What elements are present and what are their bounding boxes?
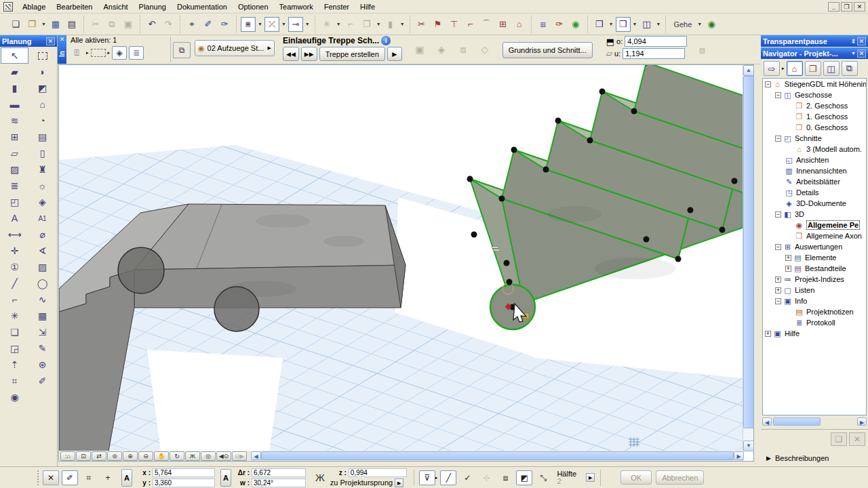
menu-dokumentation[interactable]: Dokumentation <box>172 1 233 12</box>
expand-icon[interactable]: + <box>785 255 791 261</box>
minimize-button[interactable]: _ <box>828 2 840 12</box>
tree-item-geschosse[interactable]: −◫Geschosse <box>763 89 866 100</box>
tool-select[interactable]: ↖ <box>1 47 28 64</box>
tool-roof[interactable]: ⌂ <box>28 96 56 113</box>
tool-level-dimension[interactable]: ✛ <box>1 243 28 259</box>
element-snap-icon[interactable]: ⊸ <box>288 17 303 32</box>
tree-item-dokumente-3d[interactable]: ◈3D-Dokumente <box>763 198 866 209</box>
menu-fenster[interactable]: Fenster <box>319 1 355 12</box>
tree-item-bestandteile[interactable]: +▤Bestandteile <box>763 263 866 274</box>
tool-drawing[interactable]: ❏ <box>1 324 28 340</box>
tree-item-perspektive[interactable]: ◉Allgemeine Pe <box>763 220 866 230</box>
publisher-button[interactable]: ⧉ <box>842 61 858 76</box>
tool-circle[interactable]: ◯ <box>28 275 56 291</box>
walk-button[interactable]: Ж <box>185 451 200 461</box>
tool-stair[interactable]: ≣ <box>1 178 28 194</box>
tool-angle-dimension[interactable]: ∢ <box>28 243 56 259</box>
navigator-hscrollbar[interactable]: ◀ ▶ <box>762 417 867 426</box>
zoom-in-button[interactable]: ⊕ <box>123 451 138 461</box>
tree-item-projektnotizen[interactable]: ▤Projektnotizen <box>763 306 866 317</box>
menu-teamwork[interactable]: Teamwork <box>274 1 319 12</box>
navigator-menu-icon[interactable]: ▼ <box>851 51 856 56</box>
tree-item-geschoss-2[interactable]: ❒2. Geschoss <box>763 100 866 111</box>
cursor-snap-dropdown-icon[interactable]: ▼ <box>256 22 264 26</box>
default-settings-button[interactable]: ⍐ <box>69 46 84 60</box>
tool-shell-curved[interactable]: ◔ <box>28 113 56 129</box>
collapse-icon[interactable]: − <box>775 298 781 304</box>
tool-object[interactable]: ♜ <box>28 161 56 178</box>
tree-item-geschoss-0[interactable]: ❒0. Geschoss <box>763 122 866 133</box>
undo-icon[interactable]: ↶ <box>144 17 159 32</box>
tree-item-innenansichten[interactable]: ▥Innenansichten <box>763 165 866 176</box>
pick-up-parameters-icon[interactable]: ✐ <box>201 17 216 32</box>
fillet-icon[interactable]: ⌐ <box>463 17 478 32</box>
absolute-toggle-xy[interactable]: A <box>121 469 132 487</box>
tool-door[interactable]: ▯ <box>28 145 56 161</box>
toolbox-header[interactable]: Planung ✕ <box>0 35 57 47</box>
menu-hilfe[interactable]: Hilfe <box>355 1 380 12</box>
tree-item-schnitte[interactable]: −◰Schnitte <box>763 133 866 144</box>
tool-worksheet[interactable]: ✎ <box>28 340 56 357</box>
roof-accessory-icon[interactable]: ⌂ <box>512 17 527 32</box>
tree-item-root[interactable]: −⌂StiegenGDL mit Höhenin <box>763 79 866 89</box>
tool-morph[interactable]: ◈ <box>28 194 56 210</box>
tree-item-axonometrie[interactable]: ❒Allgemeine Axon <box>763 230 866 241</box>
tracker-toggle-button[interactable]: ✐ <box>62 470 78 485</box>
tree-item-projekt-indizes[interactable]: +≔Projekt-Indizes <box>763 274 866 285</box>
zoom-out-button[interactable]: ⊖ <box>138 451 153 461</box>
element-snap-dropdown-icon[interactable]: ▼ <box>304 22 311 26</box>
scroll-left-icon[interactable]: ◀ <box>251 451 261 460</box>
close-tracker-button[interactable]: ✕ <box>43 470 59 485</box>
trim-icon[interactable]: ✂ <box>414 17 429 32</box>
3d-viewport[interactable]: ▲ ▼ :⌂⊡⇄⊜⊕⊖✋↻Ж◎◀⊙⊙▶ ◀ ▶ <box>58 64 754 462</box>
resize-icon[interactable]: ⊞ <box>496 17 511 32</box>
vertical-scrollbar[interactable]: ▲ ▼ <box>743 65 753 451</box>
open-file-dropdown-icon[interactable]: ▼ <box>40 22 47 26</box>
section-window-icon[interactable]: ◫ <box>639 17 654 32</box>
tool-change[interactable]: ⇡ <box>1 357 28 373</box>
collapse-icon[interactable]: − <box>775 211 781 218</box>
layer-combination-dropdown-icon[interactable]: ▼ <box>375 22 382 26</box>
origin-button[interactable]: + <box>100 470 116 485</box>
look-around-button[interactable]: ◎ <box>201 451 216 461</box>
pan-arrows-button[interactable]: ⇄ <box>92 451 106 461</box>
tool-curtain-wall[interactable]: ▤ <box>28 129 56 145</box>
close-button[interactable]: ✕ <box>854 2 865 12</box>
tool-skylight[interactable]: ◩ <box>28 80 56 96</box>
floor-plan-window-icon[interactable]: ❒ <box>592 17 607 32</box>
tool-line[interactable]: ╱ <box>1 275 28 291</box>
gehe-menu-dropdown-icon[interactable]: ▼ <box>696 22 703 26</box>
element-snap-button[interactable]: ⧈ <box>497 470 513 485</box>
descriptions-expand-icon[interactable]: ▶ <box>766 455 771 462</box>
tree-item-threed[interactable]: −◧3D <box>763 209 866 220</box>
navigator-close-icon[interactable]: ✕ <box>857 49 866 58</box>
tree-item-arbeitsblaetter[interactable]: ✎Arbeitsblätter <box>763 176 866 187</box>
statusbar-handle[interactable] <box>37 470 40 485</box>
probe-icon[interactable]: ✑ <box>552 17 567 32</box>
tree-item-ansichten[interactable]: ◱Ansichten <box>763 155 866 165</box>
snap-division[interactable]: Hälfte 2 <box>557 470 576 485</box>
tree-item-details[interactable]: ◳Details <box>763 187 866 198</box>
tool-shell[interactable]: ◗ <box>28 64 56 80</box>
tool-label[interactable]: A1 <box>28 210 56 226</box>
create-more-button[interactable]: ▶ <box>387 47 402 61</box>
tree-item-hilfe[interactable]: +▣Hilfe <box>763 328 866 339</box>
snap-point-button[interactable]: ⤡ <box>535 470 551 485</box>
absolute-toggle-polar[interactable]: A <box>220 469 231 487</box>
tool-camera[interactable]: ◉ <box>1 389 28 405</box>
tree-item-elemente[interactable]: +▤Elemente <box>763 252 866 263</box>
layout-book-button[interactable]: ◫ <box>823 61 840 76</box>
arc-edit-icon[interactable]: ⌒ <box>479 17 494 32</box>
tool-figure[interactable]: ▦ <box>28 308 56 324</box>
tool-dimension[interactable]: ⟷ <box>1 226 28 243</box>
tool-hotspot[interactable]: ✳ <box>1 308 28 324</box>
tree-item-listen[interactable]: +▢Listen <box>763 285 866 296</box>
teamwork-status-icon[interactable]: ◉ <box>704 17 719 32</box>
open-file-icon[interactable]: ❐ <box>24 17 39 32</box>
menu-bearbeiten[interactable]: Bearbeiten <box>51 1 98 12</box>
menu-optionen[interactable]: Optionen <box>233 1 274 12</box>
3d-scene[interactable] <box>59 65 743 451</box>
tool-spline[interactable]: ∿ <box>28 291 56 308</box>
layer-combo[interactable]: ◉ 02 Aufzuege St... ▶ <box>195 40 275 56</box>
x-value-field[interactable]: 5,764 <box>153 468 215 477</box>
